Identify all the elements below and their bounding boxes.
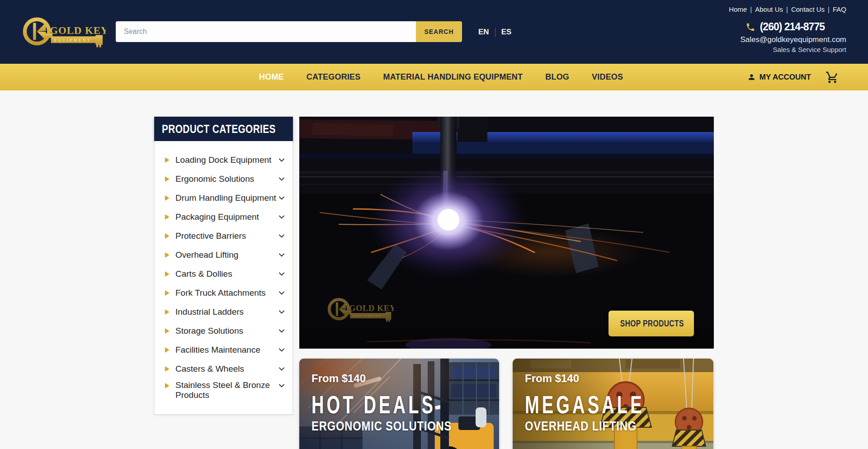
sidebar-item-label: Carts & Dollies — [175, 269, 278, 279]
search-button[interactable]: SEARCH — [416, 21, 462, 42]
nav-item-categories[interactable]: CATEGORIES — [307, 72, 361, 82]
nav-links: HOME CATEGORIES MATERIAL HANDLING EQUIPM… — [259, 64, 623, 90]
watermark-name-text: GOLD KEY — [349, 304, 394, 313]
sidebar-item-label: Drum Handling Equipment — [175, 193, 278, 203]
chevron-down-icon[interactable] — [278, 308, 285, 316]
play-triangle-icon — [164, 176, 170, 182]
header-contact-block: Home | About Us | Contact Us | FAQ (260)… — [729, 5, 846, 53]
sidebar-item-carts-dollies[interactable]: Carts & Dollies — [155, 265, 292, 284]
top-links: Home | About Us | Contact Us | FAQ — [729, 5, 846, 13]
my-account-button[interactable]: MY ACCOUNT — [747, 73, 811, 82]
cart-icon[interactable] — [826, 71, 839, 84]
category-list: Loading Dock Equipment Ergonomic Solutio… — [154, 141, 293, 415]
chevron-down-icon[interactable] — [278, 251, 285, 259]
phone-icon — [745, 22, 755, 32]
main-nav: HOME CATEGORIES MATERIAL HANDLING EQUIPM… — [0, 64, 868, 90]
link-contact-us[interactable]: Contact Us — [791, 5, 825, 13]
product-categories-sidebar: PRODUCT CATEGORIES Loading Dock Equipmen… — [154, 117, 293, 415]
search-bar: SEARCH — [116, 21, 462, 42]
link-separator: | — [828, 5, 830, 13]
sidebar-item-label: Industrial Ladders — [175, 307, 278, 317]
play-triangle-icon — [164, 233, 170, 239]
sidebar-item-loading-dock-equipment[interactable]: Loading Dock Equipment — [155, 151, 292, 170]
chevron-down-icon[interactable] — [278, 270, 285, 278]
chevron-down-icon[interactable] — [278, 232, 285, 240]
sidebar-item-overhead-lifting[interactable]: Overhead Lifting — [155, 246, 292, 265]
shop-products-label: SHOP PRODUCTS — [620, 318, 684, 329]
sidebar-item-storage-solutions[interactable]: Storage Solutions — [155, 321, 292, 340]
sidebar-item-packaging-equipment[interactable]: Packaging Equipment — [155, 208, 292, 227]
sidebar-item-label: Storage Solutions — [175, 326, 278, 336]
sidebar-item-industrial-ladders[interactable]: Industrial Ladders — [155, 302, 292, 321]
link-about-us[interactable]: About Us — [755, 5, 783, 13]
link-separator: | — [750, 5, 752, 13]
sidebar-item-label: Stainless Steel & Bronze Products — [175, 380, 278, 401]
logo-sub-text: EQUIPMENT — [54, 38, 91, 43]
sidebar-item-facilities-maintenance[interactable]: Facilities Maintenance — [155, 340, 292, 359]
promo-title: MEGASALE — [525, 392, 645, 417]
sidebar-item-label: Loading Dock Equipment — [175, 155, 278, 165]
chevron-down-icon[interactable] — [278, 289, 285, 297]
play-triangle-icon — [164, 252, 170, 258]
chevron-down-icon[interactable] — [278, 346, 285, 354]
logo-name-text: GOLD KEY — [50, 25, 106, 36]
sidebar-item-fork-truck-attachments[interactable]: Fork Truck Attachments — [155, 284, 292, 302]
sidebar-item-label: Packaging Equipment — [175, 212, 278, 222]
language-switcher: EN ES — [478, 24, 511, 41]
key-emblem-icon — [25, 19, 52, 43]
sidebar-item-label: Overhead Lifting — [175, 250, 278, 260]
sidebar-item-label: Facilities Maintenance — [175, 345, 278, 355]
play-triangle-icon — [164, 328, 170, 334]
play-triangle-icon — [164, 290, 170, 296]
shop-products-button[interactable]: SHOP PRODUCTS — [609, 311, 694, 336]
lang-es[interactable]: ES — [501, 28, 512, 37]
sidebar-item-label: Protective Barriers — [175, 231, 278, 241]
play-triangle-icon — [164, 271, 170, 277]
chevron-down-icon[interactable] — [278, 327, 285, 335]
promo-subtitle: ERGONOMIC SOLUTIONS — [311, 419, 462, 434]
support-text: Sales & Service Support — [729, 46, 846, 53]
nav-item-home[interactable]: HOME — [259, 72, 284, 82]
chevron-down-icon[interactable] — [278, 382, 285, 389]
sidebar-item-ergonomic-solutions[interactable]: Ergonomic Solutions — [155, 170, 292, 189]
sidebar-item-stainless-steel-bronze-products[interactable]: Stainless Steel & Bronze Products — [155, 378, 292, 401]
play-triangle-icon — [164, 366, 170, 372]
promo-card-megasale[interactable]: From $140 MEGASALE OVERHEAD LIFTING — [513, 359, 713, 449]
phone-row: (260) 214-8775 — [729, 21, 825, 33]
promo-text-block: From $140 HOT DEALS ERGONOMIC SOLUTIONS — [311, 372, 495, 434]
search-input[interactable] — [116, 21, 416, 42]
email-link[interactable]: Sales@goldkeyequipment.com — [729, 35, 846, 44]
play-triangle-icon — [164, 309, 170, 315]
promo-card-hot-deals[interactable]: From $140 HOT DEALS ERGONOMIC SOLUTIONS — [299, 359, 499, 449]
link-home[interactable]: Home — [729, 5, 747, 13]
chevron-down-icon[interactable] — [278, 175, 285, 183]
nav-item-material-handling-equipment[interactable]: MATERIAL HANDLING EQUIPMENT — [383, 72, 523, 82]
phone-number[interactable]: (260) 214-8775 — [760, 21, 825, 33]
user-icon — [747, 73, 756, 81]
sidebar-item-protective-barriers[interactable]: Protective Barriers — [155, 227, 292, 246]
chevron-down-icon[interactable] — [278, 194, 285, 202]
link-separator: | — [786, 5, 788, 13]
sidebar-item-drum-handling-equipment[interactable]: Drum Handling Equipment — [155, 189, 292, 208]
sidebar-item-casters-wheels[interactable]: Casters & Wheels — [155, 359, 292, 378]
lang-en[interactable]: EN — [478, 28, 489, 37]
play-triangle-icon — [164, 195, 170, 201]
promo-price: From $140 — [525, 372, 701, 385]
chevron-down-icon[interactable] — [278, 156, 285, 164]
nav-item-blog[interactable]: BLOG — [545, 72, 569, 82]
chevron-down-icon[interactable] — [278, 213, 285, 221]
sidebar-header: PRODUCT CATEGORIES — [154, 117, 293, 141]
promo-text-block: From $140 MEGASALE OVERHEAD LIFTING — [525, 372, 701, 434]
sidebar-item-label: Ergonomic Solutions — [175, 174, 278, 184]
promo-subtitle: OVERHEAD LIFTING — [525, 419, 669, 434]
play-triangle-icon — [164, 347, 170, 353]
link-faq[interactable]: FAQ — [833, 5, 846, 13]
chevron-down-icon[interactable] — [278, 365, 285, 373]
site-header: GOLD KEY EQUIPMENT SEARCH EN ES Home | A… — [0, 0, 868, 64]
my-account-label: MY ACCOUNT — [760, 73, 811, 82]
play-triangle-icon — [164, 383, 170, 389]
nav-right: MY ACCOUNT — [747, 64, 839, 90]
hero-watermark-logo: GOLD KEY EQUIPMENT — [326, 293, 394, 324]
gold-key-logo[interactable]: GOLD KEY EQUIPMENT — [21, 11, 106, 51]
nav-item-videos[interactable]: VIDEOS — [592, 72, 623, 82]
